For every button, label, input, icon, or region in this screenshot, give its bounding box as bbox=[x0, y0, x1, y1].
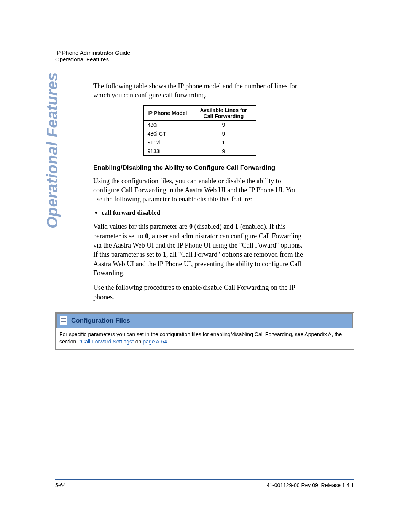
header-guide-title: IP Phone Administrator Guide bbox=[55, 50, 354, 56]
document-icon bbox=[60, 316, 67, 325]
table-row: 9112i 1 bbox=[143, 138, 256, 147]
phone-model-table: IP Phone Model Available Lines for Call … bbox=[143, 105, 256, 156]
page-footer: 5-64 41-001129-00 Rev 09, Release 1.4.1 bbox=[55, 479, 354, 488]
text-fragment: on bbox=[134, 339, 143, 345]
header-divider bbox=[55, 66, 354, 66]
table-row: 480i 9 bbox=[143, 120, 256, 129]
link-page-a64[interactable]: page A-64 bbox=[143, 339, 167, 345]
table-cell-model: 9112i bbox=[143, 138, 191, 147]
side-section-label: Operational Features bbox=[44, 72, 61, 228]
text-fragment: . bbox=[167, 339, 169, 345]
config-files-title: Configuration Files bbox=[71, 317, 130, 324]
para-procedures: Use the following procedures to enable/d… bbox=[93, 283, 306, 302]
config-files-titlebar: Configuration Files bbox=[56, 313, 353, 328]
table-header-row: IP Phone Model Available Lines for Call … bbox=[143, 105, 256, 120]
table-cell-lines: 9 bbox=[191, 147, 256, 155]
table-cell-model: 9133i bbox=[143, 147, 191, 155]
footer-page-number: 5-64 bbox=[55, 482, 66, 488]
footer-doc-rev: 41-001129-00 Rev 09, Release 1.4.1 bbox=[266, 482, 354, 488]
header-section-title: Operational Features bbox=[55, 56, 354, 62]
config-files-body: For specific parameters you can set in t… bbox=[56, 329, 354, 349]
text-bold-zero: 0 bbox=[189, 223, 193, 230]
table-cell-lines: 9 bbox=[191, 129, 256, 138]
footer-divider bbox=[55, 479, 354, 480]
para-config-files: Using the configuration files, you can e… bbox=[93, 176, 306, 204]
text-fragment: (disabled) and bbox=[193, 223, 235, 230]
table-row: 480i CT 9 bbox=[143, 129, 256, 138]
param-bullet-list: call forward disabled bbox=[102, 209, 306, 217]
text-fragment: Valid values for this parameter are bbox=[93, 223, 189, 230]
config-files-box: Configuration Files For specific paramet… bbox=[55, 312, 354, 350]
para-valid-values: Valid values for this parameter are 0 (d… bbox=[93, 222, 306, 278]
link-call-forward-settings[interactable]: "Call Forward Settings" bbox=[79, 339, 134, 345]
param-bullet: call forward disabled bbox=[102, 209, 306, 217]
subheading-enable-disable: Enabling/Disabling the Ability to Config… bbox=[93, 164, 306, 172]
table-cell-model: 480i CT bbox=[143, 129, 191, 138]
table-cell-lines: 9 bbox=[191, 120, 256, 129]
text-bold-one: 1 bbox=[163, 251, 166, 258]
table-row: 9133i 9 bbox=[143, 147, 256, 155]
intro-paragraph: The following table shows the IP phone m… bbox=[93, 81, 306, 100]
table-header-model: IP Phone Model bbox=[143, 105, 191, 120]
table-cell-lines: 1 bbox=[191, 138, 256, 147]
table-header-lines: Available Lines for Call Forwarding bbox=[191, 105, 256, 120]
table-cell-model: 480i bbox=[143, 120, 191, 129]
text-bold-zero: 0 bbox=[145, 232, 148, 240]
